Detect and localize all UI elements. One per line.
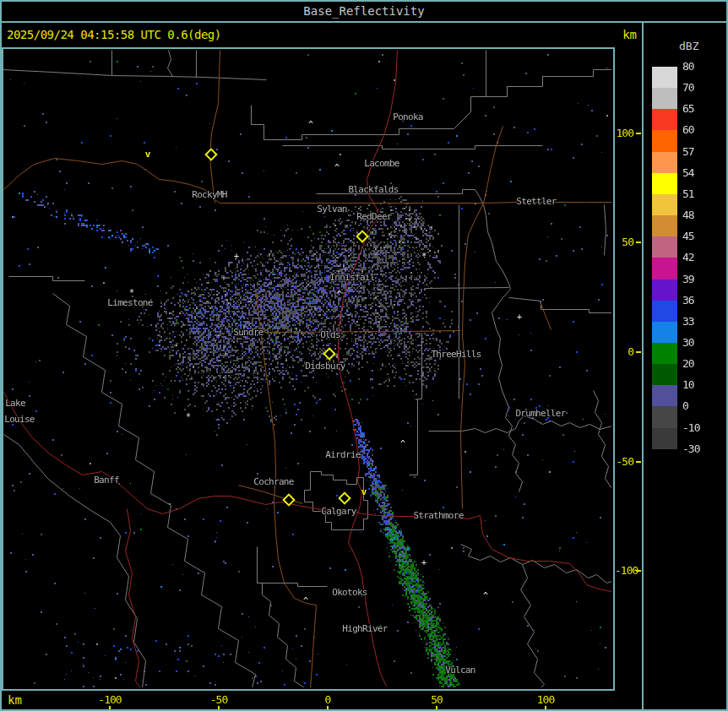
right-axis-tick xyxy=(636,133,641,134)
right-axis-unit-label: km xyxy=(617,28,637,41)
right-axis-label: -100 xyxy=(615,564,633,577)
right-axis-tick xyxy=(636,570,641,572)
title-bar: Base_Reflectivity xyxy=(2,2,726,23)
info-row: 2025/09/24 04:15:58 UTC 0.6(deg) km xyxy=(2,23,640,47)
right-axis-label: 50 xyxy=(615,236,633,248)
right-axis-tick xyxy=(636,242,641,243)
colorbar-panel: dBZ xyxy=(644,23,728,711)
timestamp-label: 2025/09/24 04:15:58 UTC 0.6(deg) xyxy=(7,28,221,41)
right-axis-label: 0 xyxy=(615,345,633,358)
bottom-axis-row: km xyxy=(2,691,642,711)
colorbar-unit-label: dBZ xyxy=(679,40,698,52)
radar-map-canvas[interactable] xyxy=(3,49,611,687)
right-axis-tick xyxy=(636,351,641,353)
right-axis-tick xyxy=(636,461,641,463)
window-title: Base_Reflectivity xyxy=(303,4,424,18)
radar-app-window: Base_Reflectivity 2025/09/24 04:15:58 UT… xyxy=(0,0,728,711)
bottom-axis-unit-label: km xyxy=(8,693,22,707)
right-axis-label: 100 xyxy=(615,127,633,139)
right-axis-label: -50 xyxy=(615,455,633,468)
